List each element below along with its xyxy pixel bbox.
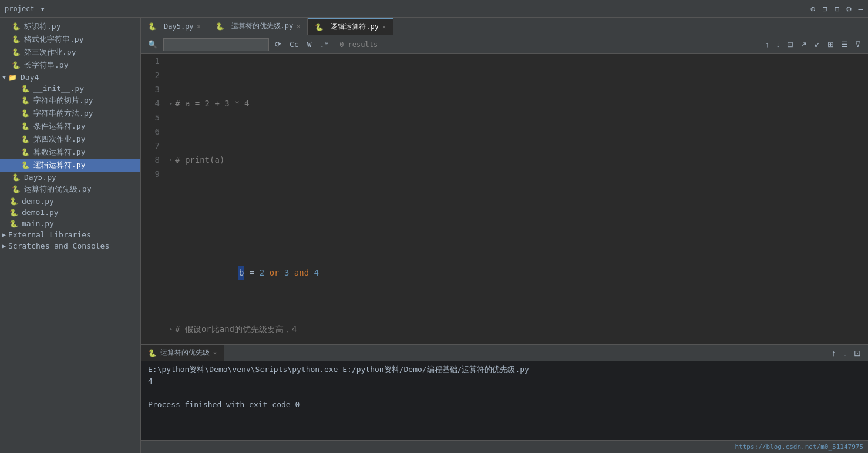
scroll-down-btn[interactable]: ↓ xyxy=(840,347,849,359)
sidebar-item-external-libraries[interactable]: ▶ External Libraries xyxy=(0,229,140,240)
code-space xyxy=(309,266,314,280)
sidebar-item-changzifuchuan[interactable]: 🐍 长字符串.py xyxy=(0,59,140,72)
sidebar-item-zifuchuanqiepian[interactable]: 🐍 字符串的切片.py xyxy=(0,94,140,107)
pin-btn[interactable]: ↗ xyxy=(798,39,809,50)
sidebar: 🐍 标识符.py 🐍 格式化字符串.py 🐍 第三次作业.py 🐍 长字符串.p… xyxy=(0,18,141,453)
python-file-icon: 🐍 xyxy=(12,61,21,69)
layout2-icon[interactable]: ⊟ xyxy=(835,4,839,14)
main-layout: 🐍 标识符.py 🐍 格式化字符串.py 🐍 第三次作业.py 🐍 长字符串.p… xyxy=(0,18,868,453)
close-icon[interactable]: ✕ xyxy=(213,350,217,356)
prev-result-btn[interactable]: ↑ xyxy=(763,39,772,50)
sidebar-item-suanshuyunsuan[interactable]: 🐍 算数运算符.py xyxy=(0,146,140,159)
sidebar-label: demo.py xyxy=(22,197,54,206)
sidebar-item-disiczuoye[interactable]: 🐍 第四次作业.py xyxy=(0,133,140,146)
fold-icon[interactable]: ▸ xyxy=(169,153,173,167)
sidebar-label: 字符串的方法.py xyxy=(33,108,93,119)
chevron-down-icon[interactable]: ▾ xyxy=(41,4,45,14)
search-icon[interactable]: 🔍 xyxy=(146,39,160,50)
line-num-7: 7 xyxy=(146,139,160,153)
layout-icon[interactable]: ⊟ xyxy=(822,4,827,14)
python-file-icon: 🐍 xyxy=(21,135,30,143)
python-file-icon: 🐍 xyxy=(9,209,18,217)
sidebar-label: 运算符的优先级.py xyxy=(24,184,91,194)
external-icon[interactable]: ⊡ xyxy=(852,347,863,359)
code-content[interactable]: ▸# a = 2 + 3 * 4 ▸# print(a) b = 2 or 3 … xyxy=(164,54,868,344)
chevron-down-icon: ▼ xyxy=(2,74,6,80)
search-input[interactable] xyxy=(163,38,269,51)
sidebar-item-zifuchuanfangfa[interactable]: 🐍 字符串的方法.py xyxy=(0,107,140,120)
code-line-4: b = 2 or 3 and 4 xyxy=(169,266,863,280)
project-title: project xyxy=(5,5,35,13)
line-num-8: 8 xyxy=(146,153,160,167)
sidebar-item-yunsuan-youxianji[interactable]: 🐍 运算符的优先级.py xyxy=(0,183,140,196)
sidebar-item-disancizuoye[interactable]: 🐍 第三次作业.py xyxy=(0,46,140,59)
python-file-icon: 🐍 xyxy=(315,23,324,31)
num-4: 4 xyxy=(314,266,319,280)
settings-icon[interactable]: ⚙ xyxy=(846,4,851,14)
python-file-icon: 🐍 xyxy=(12,173,21,182)
sidebar-label: __init__.py xyxy=(33,84,84,93)
next-result-btn[interactable]: ↓ xyxy=(774,39,783,50)
bottom-controls: ↑ ↓ ⊡ xyxy=(829,345,868,361)
sidebar-item-demo[interactable]: 🐍 demo.py xyxy=(0,196,140,207)
close-icon[interactable]: ✕ xyxy=(197,23,201,29)
line-num-9: 9 xyxy=(146,167,160,181)
code-space xyxy=(279,266,284,280)
editor-area: 🐍 Day5.py ✕ 🐍 运算符的优先级.py ✕ 🐍 逻辑运算符.py ✕ … xyxy=(141,18,868,453)
python-file-icon: 🐍 xyxy=(12,185,21,193)
sidebar-item-demo1[interactable]: 🐍 demo1.py xyxy=(0,207,140,218)
sidebar-label: 算数运算符.py xyxy=(33,147,85,157)
add-icon[interactable]: ⊕ xyxy=(810,4,815,14)
python-file-icon: 🐍 xyxy=(21,85,30,93)
sidebar-item-main[interactable]: 🐍 main.py xyxy=(0,218,140,229)
tab-day5[interactable]: 🐍 Day5.py ✕ xyxy=(141,18,208,35)
regex-icon[interactable]: .* xyxy=(317,39,331,50)
bottom-tab-yunsuan[interactable]: 🐍 运算符的优先级 ✕ xyxy=(141,345,224,361)
line-num-6: 6 xyxy=(146,125,160,139)
code-comment: # 假设or比and的优先级要高，4 xyxy=(175,322,297,336)
scroll-up-btn[interactable]: ↑ xyxy=(829,347,838,359)
code-editor[interactable]: 1 2 3 4 5 6 7 8 9 ▸# a = 2 + 3 * 4 ▸# pr… xyxy=(141,54,868,344)
close-icon[interactable]: ✕ xyxy=(297,23,300,29)
sidebar-item-day5[interactable]: 🐍 Day5.py xyxy=(0,172,140,183)
copy-btn[interactable]: ⊞ xyxy=(825,39,836,50)
sidebar-label: 字符串的切片.py xyxy=(33,95,93,106)
sidebar-label: Day4 xyxy=(21,73,39,82)
code-line-1: ▸# a = 2 + 3 * 4 xyxy=(169,96,863,110)
num-2: 2 xyxy=(260,266,264,280)
search-results: 0 results xyxy=(339,41,378,49)
match-case-icon[interactable]: Cc xyxy=(287,39,301,50)
settings-btn[interactable]: ☰ xyxy=(839,39,850,50)
python-file-icon: 🐍 xyxy=(21,122,30,130)
terminal-output: E:\python资料\Demo\venv\Scripts\python.exe… xyxy=(141,361,868,440)
sidebar-item-scratches[interactable]: ▶ Scratches and Consoles xyxy=(0,240,140,251)
word-btn2[interactable]: ↙ xyxy=(812,39,823,50)
expand-btn[interactable]: ⊡ xyxy=(785,39,796,50)
python-file-icon: 🐍 xyxy=(9,197,18,206)
tab-yunsuan[interactable]: 🐍 运算符的优先级.py ✕ xyxy=(208,18,308,35)
num-3: 3 xyxy=(284,266,289,280)
sidebar-label: 条件运算符.py xyxy=(33,121,85,132)
filter-btn[interactable]: ⊽ xyxy=(853,39,863,50)
fold-icon[interactable]: ▸ xyxy=(169,322,173,336)
terminal-result: 4 xyxy=(148,375,861,387)
word-icon[interactable]: W xyxy=(305,39,314,50)
sidebar-item-biaoshifu[interactable]: 🐍 标识符.py xyxy=(0,20,140,33)
python-file-icon: 🐍 xyxy=(12,48,21,56)
minimize-icon[interactable]: — xyxy=(859,4,863,14)
status-bar: https://blog.csdn.net/m0_51147975 xyxy=(141,440,868,453)
sidebar-item-tiaojianyunsuan[interactable]: 🐍 条件运算符.py xyxy=(0,120,140,133)
terminal-process-msg: Process finished with exit code 0 xyxy=(148,399,861,411)
replace-icon[interactable]: ⟳ xyxy=(272,39,284,50)
line-numbers: 1 2 3 4 5 6 7 8 9 xyxy=(141,54,164,344)
fold-icon[interactable]: ▸ xyxy=(169,96,173,110)
sidebar-item-day4[interactable]: ▼ 📁 Day4 xyxy=(0,72,140,83)
sidebar-item-geshizifuchuan[interactable]: 🐍 格式化字符串.py xyxy=(0,33,140,46)
tab-luoji[interactable]: 🐍 逻辑运算符.py ✕ xyxy=(308,18,393,35)
var-b: b xyxy=(238,266,244,280)
close-icon[interactable]: ✕ xyxy=(382,24,386,30)
sidebar-item-init[interactable]: 🐍 __init__.py xyxy=(0,83,140,94)
python-file-icon: 🐍 xyxy=(9,220,18,228)
sidebar-item-luojiyunsuan[interactable]: 🐍 逻辑运算符.py xyxy=(0,159,140,172)
code-line-3 xyxy=(169,209,863,223)
